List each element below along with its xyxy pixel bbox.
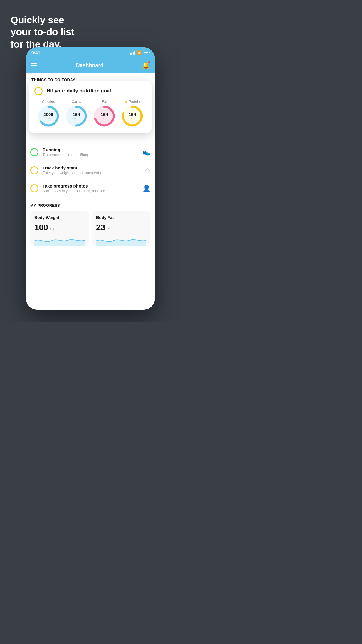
status-bar: 9:41 📶	[26, 47, 155, 58]
todo-row-subtitle: Enter your weight and measurements	[43, 171, 140, 175]
phone-mockup: 9:41 📶 Dashboard 🔔 THINGS TO DO TODAY	[26, 47, 155, 310]
nutrition-item-protein: ★Protein 164 g	[122, 100, 143, 127]
ring-value: 164	[129, 112, 136, 117]
progress-card-title: Body Fat	[96, 215, 146, 220]
ring-text: 2000 cal	[43, 112, 53, 120]
progress-unit: %	[107, 226, 110, 231]
todo-check-circle[interactable]	[30, 166, 38, 174]
progress-card[interactable]: Body Fat 23 %	[92, 211, 150, 246]
content-area: THINGS TO DO TODAY Hit your daily nutrit…	[26, 73, 155, 310]
signal-icon	[130, 50, 135, 55]
nutrition-card-title: Hit your daily nutrition goal	[47, 88, 111, 94]
notification-dot	[148, 61, 150, 63]
todo-row[interactable]: RunningTrack your stats (target: 5km)👟	[30, 143, 150, 161]
ring-value: 164	[101, 112, 108, 117]
progress-card-value: 100 kg	[34, 223, 85, 232]
todo-row-action-icon: 👟	[143, 148, 150, 156]
nutrition-card-header: Hit your daily nutrition goal	[34, 87, 146, 95]
status-icons: 📶	[130, 50, 149, 55]
ring-unit: g	[73, 117, 80, 120]
progress-wave	[96, 235, 146, 246]
nutrition-item-fat: Fat 164 g	[94, 100, 115, 127]
nutrition-check-circle[interactable]	[34, 87, 43, 95]
nutrition-ring-fat: 164 g	[94, 106, 115, 127]
ring-unit: g	[101, 117, 108, 120]
nutrition-card: Hit your daily nutrition goal Calories 2…	[29, 81, 152, 133]
nav-title: Dashboard	[76, 62, 103, 69]
wifi-icon: 📶	[137, 50, 141, 55]
ring-text: 164 g	[101, 112, 108, 120]
ring-value: 164	[73, 112, 80, 117]
ring-text: 164 g	[73, 112, 80, 120]
todo-list: RunningTrack your stats (target: 5km)👟Tr…	[26, 143, 155, 197]
nav-bar: Dashboard 🔔	[26, 58, 155, 73]
nutrition-ring-carbs: 164 g	[66, 106, 87, 127]
todo-row-subtitle: Add images of your front, back, and side	[43, 189, 138, 193]
progress-title: MY PROGRESS	[30, 203, 150, 208]
progress-cards: Body Weight 100 kg Body Fat 23 %	[30, 211, 150, 246]
todo-row-title: Track body stats	[43, 165, 140, 170]
headline-line2: your to-do list	[10, 26, 74, 37]
todo-row-text: RunningTrack your stats (target: 5km)	[43, 147, 138, 157]
nutrition-row: Calories 2000 cal Carbs 164 g Fat 164 g …	[34, 100, 146, 127]
ring-unit: g	[129, 117, 136, 120]
todo-row-subtitle: Track your stats (target: 5km)	[43, 153, 138, 157]
todo-row-action-icon: ⚖	[145, 167, 150, 174]
ring-text: 164 g	[129, 112, 136, 120]
todo-row-text: Track body statsEnter your weight and me…	[43, 165, 140, 175]
ring-value: 2000	[43, 112, 53, 117]
todo-check-circle[interactable]	[30, 148, 38, 156]
progress-number: 100	[34, 223, 48, 232]
todo-row-action-icon: 👤	[143, 185, 150, 192]
nutrition-item-calories: Calories 2000 cal	[38, 100, 59, 127]
nutrition-item-carbs: Carbs 164 g	[66, 100, 87, 127]
progress-wave	[34, 235, 85, 246]
todo-row[interactable]: Take progress photosAdd images of your f…	[30, 179, 150, 197]
ring-unit: cal	[43, 117, 53, 120]
todo-row[interactable]: Track body statsEnter your weight and me…	[30, 161, 150, 179]
hamburger-menu[interactable]	[31, 63, 37, 67]
headline-line1: Quickly see	[10, 14, 64, 25]
todo-row-text: Take progress photosAdd images of your f…	[43, 183, 138, 193]
progress-unit: kg	[50, 226, 54, 231]
nutrition-ring-calories: 2000 cal	[38, 106, 59, 127]
battery-icon	[143, 51, 149, 54]
progress-number: 23	[96, 223, 105, 232]
progress-card[interactable]: Body Weight 100 kg	[30, 211, 89, 246]
progress-section: MY PROGRESS Body Weight 100 kg Body Fat …	[26, 197, 155, 246]
progress-card-title: Body Weight	[34, 215, 85, 220]
notification-bell-button[interactable]: 🔔	[142, 62, 150, 69]
battery-fill	[144, 52, 148, 53]
headline-text: Quickly see your to-do list for the day.	[10, 14, 74, 50]
todo-row-title: Running	[43, 147, 138, 152]
progress-card-value: 23 %	[96, 223, 146, 232]
nutrition-ring-protein: 164 g	[122, 106, 143, 127]
todo-row-title: Take progress photos	[43, 183, 138, 188]
todo-check-circle[interactable]	[30, 184, 38, 192]
status-time: 9:41	[31, 50, 40, 55]
star-icon: ★	[125, 100, 128, 104]
